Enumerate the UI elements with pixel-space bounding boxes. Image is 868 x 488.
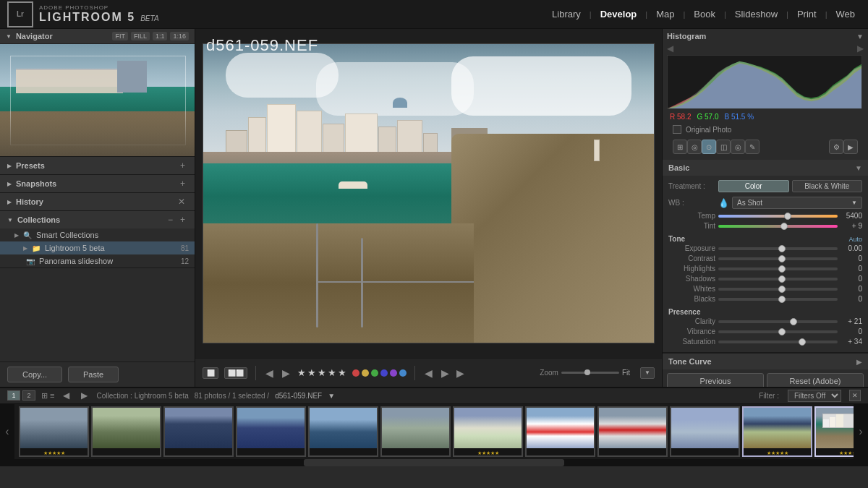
nav-print[interactable]: Print [791,6,822,22]
thumb-1[interactable]: ★★★★★ [19,406,89,457]
color-treatment-btn[interactable]: Color [718,180,789,192]
paste-button[interactable]: Paste [68,367,119,382]
zoom-slider[interactable] [561,372,619,374]
smart-collections-item[interactable]: ▶ 🔍 Smart Collections [0,228,195,241]
photo-container[interactable] [203,43,655,343]
play-button[interactable]: ▶ [456,367,464,379]
filmstrip-right-arrow[interactable]: › [854,404,868,459]
zoom-fit-btn[interactable]: FIT [112,32,128,40]
navigator-header[interactable]: ▼ Navigator FIT FILL 1:1 1:16 [0,29,195,44]
highlights-slider[interactable] [718,267,838,270]
filmstrip-back-btn[interactable]: ◀ [60,390,72,401]
compare-view-btn[interactable]: ⬜⬜ [224,367,247,379]
contrast-thumb[interactable] [778,255,786,262]
page-2-btn[interactable]: 2 [22,390,35,401]
tone-curve-header[interactable]: Tone Curve ▶ [663,353,868,369]
thumb-4[interactable] [236,406,306,457]
history-clear-btn[interactable]: ✕ [176,197,187,207]
tint-slider[interactable] [718,225,838,228]
vibrance-slider[interactable] [718,330,838,333]
eyedropper-btn[interactable]: 💧 [718,198,729,208]
horizontal-scrollbar[interactable] [304,459,564,466]
basic-panel-header[interactable]: Basic ▼ [663,160,868,176]
thumb-7[interactable]: ★★★★★ [453,406,523,457]
highlight-clip-btn[interactable]: ▶ [857,43,864,53]
list-view-btn[interactable]: ≡ [50,391,54,401]
zoom-fill-btn[interactable]: FILL [131,32,150,40]
page-1-btn[interactable]: 1 [7,390,20,401]
settings-btn[interactable]: ⚙ [829,140,843,154]
nav-develop[interactable]: Develop [595,6,643,22]
collections-minus-btn[interactable]: − [166,215,175,225]
filmstrip-filename[interactable]: d561-059.NEF [275,392,322,400]
nav-map[interactable]: Map [650,6,680,22]
previous-button[interactable]: Previous [667,373,764,387]
temp-slider[interactable] [718,215,838,218]
reset-button[interactable]: Reset (Adobe) [767,373,864,387]
blacks-thumb[interactable] [778,296,786,303]
histogram-expand[interactable]: ▼ [856,33,864,40]
exposure-thumb[interactable] [778,245,786,252]
copy-button[interactable]: Copy... [7,367,62,382]
history-header[interactable]: ▶ History ✕ [0,193,195,210]
zoom-1to1-btn[interactable]: 1:1 [153,32,168,40]
highlights-thumb[interactable] [778,265,786,273]
spot-removal-tool[interactable]: ◎ [687,140,702,154]
saturation-thumb[interactable] [799,338,806,346]
collections-add-btn[interactable]: + [178,215,187,225]
filmstrip-toggle[interactable]: ▼ [640,367,655,379]
filter-close-btn[interactable]: ✕ [849,390,861,401]
collections-header[interactable]: ▼ Collections − + [0,211,195,228]
bw-treatment-btn[interactable]: Black & White [792,180,863,192]
thumb-11[interactable]: ★★★★★ [742,406,812,457]
nav-web[interactable]: Web [830,6,861,22]
thumb-9[interactable] [597,406,668,457]
grid-view-btn[interactable]: ⊞ [41,391,48,401]
prev-photo-btn[interactable]: ◀ [264,366,275,380]
thumb-2[interactable] [91,406,161,457]
thumb-3[interactable] [163,406,234,457]
zoom-slider-thumb[interactable] [584,369,590,375]
thumb-5[interactable] [308,406,378,457]
snapshots-header[interactable]: ▶ Snapshots + [0,175,195,192]
blacks-slider[interactable] [718,298,838,301]
nav-library[interactable]: Library [546,6,587,22]
nav-slideshow[interactable]: Slideshow [729,6,783,22]
collection-panorama[interactable]: 📷 Panorama slideshow 12 [0,254,195,267]
presets-add-btn[interactable]: + [178,160,187,171]
shadow-clip-btn[interactable]: ◀ [667,43,673,53]
temp-thumb[interactable] [784,213,791,220]
graduated-filter-tool[interactable]: ◫ [716,140,731,154]
zoom-1to16-btn[interactable]: 1:16 [170,32,189,40]
thumb-8[interactable] [525,406,595,457]
right-expand-btn[interactable]: ▶ [843,140,858,154]
thumb-12[interactable]: ★★★★★ [814,406,854,457]
collection-lr5beta[interactable]: ▶ 📁 Lightroom 5 beta 81 [0,241,195,254]
color-yellow[interactable] [362,369,369,377]
tint-thumb[interactable] [780,223,788,230]
whites-slider[interactable] [718,288,838,291]
forward-arrow[interactable]: ▶ [440,366,451,380]
color-blue[interactable] [380,369,388,377]
wb-dropdown[interactable]: As Shot ▼ [732,197,862,209]
color-green[interactable] [371,369,378,377]
shadows-slider[interactable] [718,278,838,281]
adjustment-brush-tool[interactable]: ✎ [745,140,760,154]
radial-filter-tool[interactable]: ◎ [731,140,745,154]
nav-book[interactable]: Book [688,6,721,22]
saturation-slider[interactable] [718,341,838,343]
next-photo-btn[interactable]: ▶ [281,366,292,380]
shadows-thumb[interactable] [778,275,786,283]
original-photo-checkbox[interactable] [673,125,681,134]
color-purple[interactable] [390,369,397,377]
thumb-10[interactable] [670,406,740,457]
contrast-slider[interactable] [718,257,838,260]
exposure-slider[interactable] [718,247,838,250]
clarity-thumb[interactable] [790,318,797,325]
color-red[interactable] [352,369,359,377]
color-blue2[interactable] [399,369,407,377]
back-arrow[interactable]: ◀ [423,366,434,380]
crop-tool[interactable]: ⊞ [673,140,687,154]
whites-thumb[interactable] [778,286,786,293]
filmstrip-left-arrow[interactable]: ‹ [0,404,14,459]
